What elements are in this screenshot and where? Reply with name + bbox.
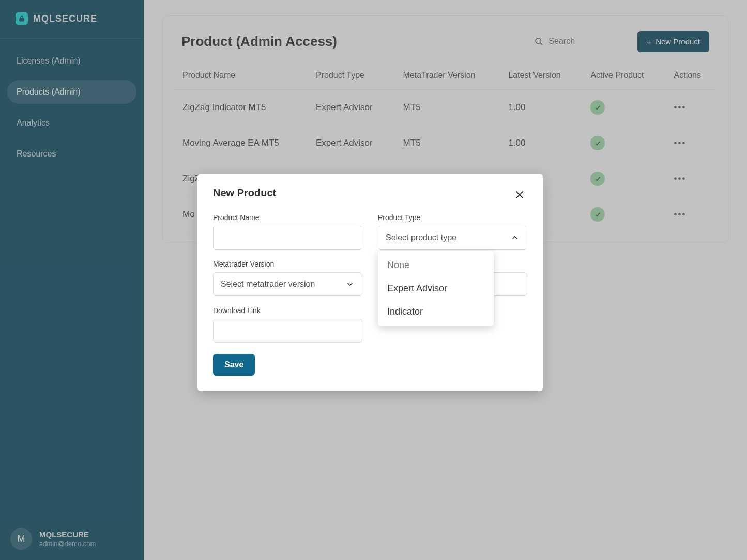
label-product-name: Product Name: [213, 213, 362, 222]
field-product-type: Product Type Select product type None Ex…: [378, 213, 527, 250]
form-grid: Product Name Product Type Select product…: [213, 213, 527, 343]
select-product-type[interactable]: Select product type: [378, 226, 527, 250]
chevron-up-icon: [510, 233, 520, 242]
input-product-name[interactable]: [213, 226, 362, 250]
select-mt-version-value: Select metatrader version: [221, 279, 315, 289]
chevron-down-icon: [345, 279, 355, 289]
dropdown-option-indicator[interactable]: Indicator: [378, 300, 494, 323]
product-type-dropdown: None Expert Advisor Indicator: [378, 251, 494, 326]
modal-title: New Product: [213, 187, 276, 199]
field-download-link: Download Link: [213, 306, 362, 343]
dropdown-option-expert-advisor[interactable]: Expert Advisor: [378, 277, 494, 300]
input-download-link[interactable]: [213, 319, 362, 343]
label-mt-version: Metatrader Version: [213, 260, 362, 268]
select-mt-version[interactable]: Select metatrader version: [213, 272, 362, 296]
field-mt-version: Metatrader Version Select metatrader ver…: [213, 260, 362, 296]
select-product-type-value: Select product type: [386, 233, 456, 242]
field-product-name: Product Name: [213, 213, 362, 250]
label-product-type: Product Type: [378, 213, 527, 222]
close-button[interactable]: [512, 187, 527, 204]
new-product-modal: New Product Product Name Product Type Se…: [197, 174, 543, 391]
modal-header: New Product: [213, 187, 527, 204]
dropdown-option-none[interactable]: None: [378, 254, 494, 277]
save-button[interactable]: Save: [213, 354, 255, 376]
label-download-link: Download Link: [213, 306, 362, 315]
close-icon: [514, 189, 525, 200]
